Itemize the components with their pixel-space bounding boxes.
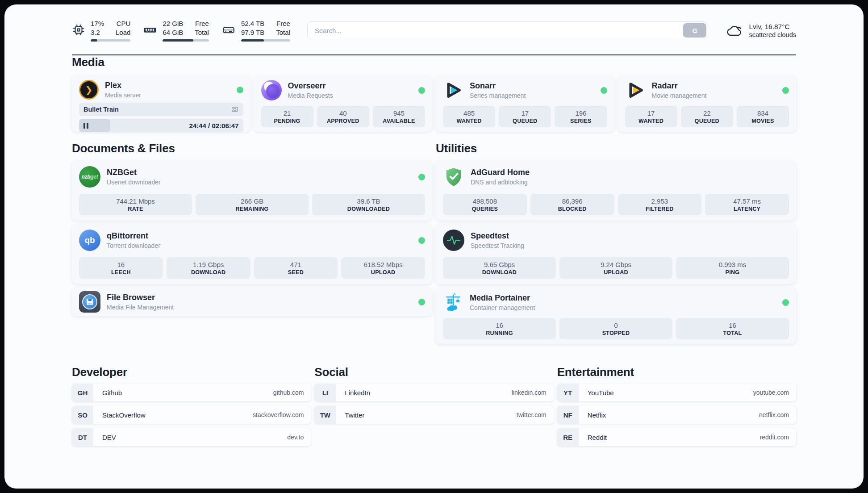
- cloud-icon: [725, 23, 743, 38]
- stat-total: 16 TOTAL: [676, 318, 789, 339]
- bookmark-group-social: Social LI LinkedIn linkedin.com TW Twitt…: [314, 365, 553, 424]
- app-card-radarr[interactable]: Radarr Movie management 17 WANTED 22 QUE…: [618, 75, 797, 132]
- bookmark-url: twitter.com: [517, 411, 547, 418]
- stat-stopped: 0 STOPPED: [559, 318, 672, 339]
- search-engine-button[interactable]: G: [683, 23, 706, 38]
- plex-icon: ❯: [79, 80, 99, 100]
- app-card-nzbget[interactable]: nzbget NZBGet Usenet downloader 744.21 M…: [72, 161, 432, 221]
- bookmark-abbr: YT: [557, 384, 579, 401]
- stat-approved: 40 APPROVED: [317, 106, 369, 127]
- stat-latency: 47.57 ms LATENCY: [705, 194, 789, 215]
- app-card-portainer[interactable]: Media Portainer Container management 16 …: [436, 288, 796, 344]
- stat-seed: 471 SEED: [254, 257, 338, 279]
- pause-icon: [83, 123, 88, 129]
- bookmark-name: Reddit: [588, 434, 607, 441]
- stat-rate: 744.21 Mbps RATE: [79, 194, 192, 215]
- portainer-icon: [443, 292, 463, 313]
- stat-label: PING: [726, 269, 740, 276]
- app-card-adguard[interactable]: AdGuard Home DNS and adblocking 498,508 …: [436, 161, 796, 221]
- app-description: Media server: [105, 92, 141, 99]
- stat-label: QUEUED: [513, 118, 537, 124]
- section-title-utilities: Utilities: [436, 142, 796, 155]
- stat-value: 0: [614, 322, 618, 329]
- disk-total-value: 97.9 TB: [241, 28, 264, 37]
- bookmark-reddit[interactable]: RE Reddit reddit.com: [557, 428, 796, 446]
- stat-label: FILTERED: [646, 206, 674, 212]
- stat-value: 39.6 TB: [357, 197, 380, 205]
- app-card-sonarr[interactable]: Sonarr Series management 485 WANTED 17 Q…: [436, 75, 614, 132]
- bookmark-group-entertainment: Entertainment YT YouTube youtube.com NF …: [557, 365, 796, 446]
- stat-value: 834: [757, 109, 768, 117]
- nzbget-icon-text: get: [90, 174, 98, 180]
- stat-value: 9.65 Gbps: [484, 261, 515, 268]
- stat-label: APPROVED: [327, 118, 359, 124]
- bookmark-netflix[interactable]: NF Netflix netflix.com: [557, 406, 796, 424]
- disk-progress-bar: [241, 39, 290, 42]
- bookmark-youtube[interactable]: YT YouTube youtube.com: [557, 384, 796, 401]
- adguard-icon: [443, 166, 464, 188]
- memory-free-value: 22 GiB: [163, 19, 183, 28]
- section-title-media: Media: [72, 55, 796, 69]
- stat-value: 744.21 Mbps: [116, 197, 155, 205]
- stat-value: 9.24 Gbps: [601, 261, 631, 268]
- app-description: Media Requests: [288, 92, 333, 99]
- stat-label: QUERIES: [472, 206, 498, 212]
- utilities-column: Utilities: [436, 142, 796, 344]
- app-name: Radarr: [652, 81, 707, 91]
- sonarr-icon: [443, 80, 463, 100]
- bookmark-name: LinkedIn: [345, 389, 370, 397]
- search-input[interactable]: [307, 21, 709, 39]
- radarr-icon: [625, 80, 646, 100]
- stat-label: DOWNLOADED: [347, 206, 390, 212]
- app-description: Movie management: [652, 92, 707, 99]
- stat-label: RATE: [128, 206, 143, 212]
- cpu-stat: 17% 3.2 CPU Load: [72, 19, 130, 42]
- app-name: Sonarr: [470, 81, 526, 91]
- stat-download: 1.19 Gbps DOWNLOAD: [167, 257, 250, 279]
- app-name: AdGuard Home: [471, 168, 530, 177]
- bookmark-linkedin[interactable]: LI LinkedIn linkedin.com: [314, 384, 553, 401]
- disk-stat: 52.4 TB 97.9 TB Free Total: [221, 19, 290, 42]
- weather-location-temp: Lviv, 16.87°C: [749, 23, 796, 31]
- bookmark-url: github.com: [273, 389, 304, 396]
- bookmark-abbr: RE: [557, 428, 579, 446]
- app-card-overseerr[interactable]: Overseerr Media Requests 21 PENDING 40 A…: [254, 75, 433, 132]
- disk-icon: [221, 23, 236, 37]
- filebrowser-icon: [79, 291, 100, 313]
- bookmark-dev[interactable]: DT DEV dev.to: [72, 428, 311, 446]
- app-card-speedtest[interactable]: Speedtest Speedtest Tracking 9.65 Gbps D…: [436, 224, 796, 284]
- stat-value: 17: [647, 109, 655, 117]
- weather-widget: Lviv, 16.87°C scattered clouds: [725, 23, 796, 38]
- memory-icon: [143, 23, 157, 37]
- cpu-progress-fill: [91, 39, 97, 42]
- bookmark-name: StackOverflow: [102, 411, 146, 419]
- stat-value: 40: [339, 109, 347, 117]
- stat-label: STOPPED: [602, 330, 630, 336]
- stat-queued: 22 QUEUED: [681, 106, 733, 127]
- bookmark-twitter[interactable]: TW Twitter twitter.com: [314, 406, 553, 424]
- nzbget-icon: nzbget: [79, 166, 100, 188]
- now-playing-row: Bullet Train: [79, 103, 243, 116]
- documents-column: Documents & Files nzbget NZBGet Usenet d…: [72, 142, 432, 316]
- stat-filtered: 2,953 FILTERED: [618, 194, 702, 215]
- memory-total-value: 64 GiB: [163, 28, 183, 37]
- playback-progress-bar: 24:44 / 02:06:47: [79, 119, 243, 132]
- status-dot: [782, 299, 789, 306]
- bookmark-abbr: NF: [557, 406, 579, 424]
- app-name: Media Portainer: [470, 293, 535, 303]
- app-card-qbittorrent[interactable]: qb qBittorrent Torrent downloader 16 LEE…: [72, 224, 432, 284]
- bookmark-github[interactable]: GH Github github.com: [72, 384, 311, 401]
- memory-progress-bar: [163, 39, 209, 42]
- app-card-filebrowser[interactable]: File Browser Media File Management: [72, 288, 432, 316]
- stat-pending: 21 PENDING: [261, 106, 313, 127]
- bookmark-stackoverflow[interactable]: SO StackOverflow stackoverflow.com: [72, 406, 311, 424]
- stat-downloaded: 39.6 TB DOWNLOADED: [312, 194, 425, 215]
- stat-label: TOTAL: [723, 330, 742, 336]
- memory-free-label: Free: [195, 19, 209, 28]
- stat-value: 16: [117, 261, 125, 268]
- qbittorrent-icon: qb: [79, 230, 100, 251]
- bookmark-url: stackoverflow.com: [253, 411, 304, 418]
- app-card-plex[interactable]: ❯ Plex Media server Bullet Train: [72, 75, 250, 132]
- stat-remaining: 266 GB REMAINING: [196, 194, 309, 215]
- dashboard-panel: 17% 3.2 CPU Load: [4, 4, 864, 489]
